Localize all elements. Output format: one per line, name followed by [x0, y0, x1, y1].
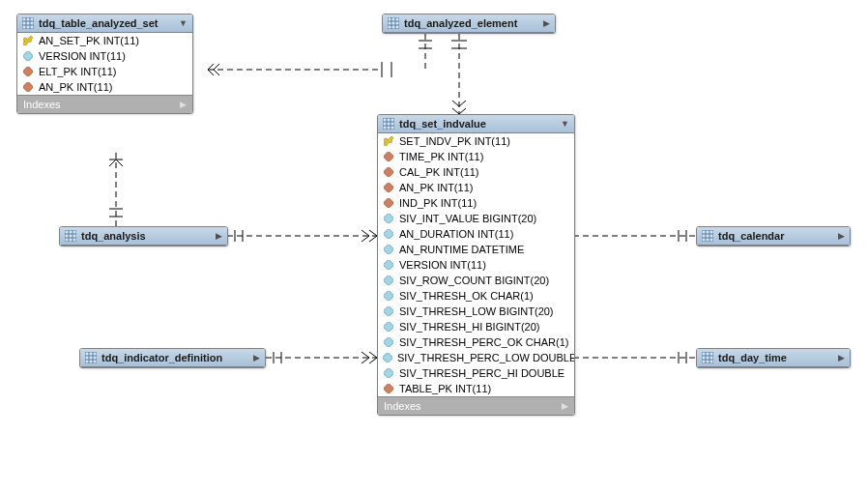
column-row: AN_DURATION INT(11) [378, 226, 574, 242]
expand-icon[interactable]: ▶ [543, 18, 550, 28]
column-icon [383, 259, 394, 271]
indexes-label: Indexes [384, 400, 421, 412]
svg-rect-8 [388, 17, 399, 29]
svg-rect-0 [22, 17, 34, 29]
entity-header[interactable]: tdq_analyzed_element ▶ [383, 14, 555, 33]
column-row: SIV_THRESH_OK CHAR(1) [378, 288, 574, 304]
foreign-key-icon [383, 182, 394, 193]
column-row: CAL_PK INT(11) [378, 164, 574, 180]
column-icon [383, 305, 394, 317]
svg-rect-18 [702, 230, 713, 242]
entity-tdq-calendar[interactable]: tdq_calendar ▶ [696, 226, 851, 246]
svg-rect-42 [384, 214, 393, 223]
table-icon [65, 230, 76, 242]
column-label: IND_PK INT(11) [399, 197, 477, 209]
column-icon [383, 244, 394, 255]
table-icon [383, 118, 394, 130]
indexes-label: Indexes [23, 99, 61, 110]
column-label: AN_RUNTIME DATETIME [399, 244, 524, 255]
column-row: AN_PK INT(11) [17, 79, 192, 95]
expand-icon[interactable]: ▶ [838, 231, 845, 241]
entity-header[interactable]: tdq_analysis ▶ [60, 227, 227, 246]
chevron-right-icon: ▶ [180, 100, 187, 109]
entity-header[interactable]: tdq_table_analyzed_set ▼ [17, 14, 192, 33]
collapse-icon[interactable]: ▼ [179, 18, 188, 28]
column-row: AN_RUNTIME DATETIME [378, 242, 574, 257]
entity-columns: AN_SET_PK INT(11)VERSION INT(11)ELT_PK I… [17, 33, 192, 95]
column-label: CAL_PK INT(11) [399, 166, 479, 178]
svg-rect-23 [85, 352, 97, 363]
primary-key-icon [22, 35, 34, 46]
indexes-section[interactable]: Indexes ▶ [378, 396, 574, 415]
svg-rect-46 [384, 276, 393, 285]
column-icon [383, 213, 394, 224]
entity-header[interactable]: tdq_calendar ▶ [697, 227, 850, 246]
svg-rect-43 [384, 229, 393, 239]
entity-tdq-table-analyzed-set[interactable]: tdq_table_analyzed_set ▼ AN_SET_PK INT(1… [16, 14, 193, 114]
expand-icon[interactable]: ▶ [838, 353, 845, 362]
entity-tdq-indicator-definition[interactable]: tdq_indicator_definition ▶ [79, 348, 266, 368]
column-icon [383, 321, 394, 333]
column-label: TABLE_PK INT(11) [399, 383, 491, 394]
svg-rect-13 [65, 230, 76, 242]
chevron-right-icon: ▶ [562, 401, 568, 411]
column-row: ELT_PK INT(11) [17, 64, 192, 79]
entity-title: tdq_indicator_definition [101, 352, 249, 363]
entity-tdq-day-time[interactable]: tdq_day_time ▶ [696, 348, 851, 368]
column-label: SIV_ROW_COUNT BIGINT(20) [399, 275, 549, 286]
svg-rect-6 [23, 67, 33, 76]
column-icon [22, 50, 34, 62]
svg-rect-38 [384, 152, 393, 161]
column-label: SIV_INT_VALUE BIGINT(20) [399, 213, 536, 224]
table-icon [22, 17, 34, 29]
entity-tdq-analyzed-element[interactable]: tdq_analyzed_element ▶ [382, 14, 556, 34]
column-label: SIV_THRESH_PERC_HI DOUBLE [399, 367, 564, 379]
column-label: TIME_PK INT(11) [399, 151, 483, 162]
column-label: SIV_THRESH_PERC_LOW DOUBLE [397, 352, 575, 363]
entity-header[interactable]: tdq_set_indvalue ▼ [378, 115, 574, 133]
entity-header[interactable]: tdq_day_time ▶ [697, 349, 850, 367]
svg-rect-53 [384, 384, 393, 393]
expand-icon[interactable]: ▶ [216, 231, 222, 241]
column-icon [383, 290, 394, 302]
primary-key-icon [383, 135, 394, 147]
foreign-key-icon [383, 151, 394, 162]
table-icon [388, 17, 399, 29]
entity-tdq-set-indvalue[interactable]: tdq_set_indvalue ▼ SET_INDV_PK INT(11)TI… [377, 114, 575, 416]
entity-tdq-analysis[interactable]: tdq_analysis ▶ [59, 226, 228, 246]
table-icon [702, 352, 713, 363]
svg-rect-7 [23, 82, 33, 92]
column-label: SIV_THRESH_LOW BIGINT(20) [399, 305, 554, 317]
entity-title: tdq_set_indvalue [399, 118, 557, 130]
column-label: SIV_THRESH_HI BIGINT(20) [399, 321, 539, 333]
svg-rect-40 [384, 183, 393, 192]
column-row: SIV_THRESH_LOW BIGINT(20) [378, 304, 574, 319]
column-icon [383, 336, 394, 348]
svg-rect-52 [384, 368, 393, 378]
foreign-key-icon [383, 383, 394, 394]
column-row: SET_INDV_PK INT(11) [378, 133, 574, 149]
svg-rect-51 [383, 353, 392, 362]
svg-rect-49 [384, 322, 393, 332]
entity-title: tdq_day_time [718, 352, 834, 363]
column-label: SET_INDV_PK INT(11) [399, 135, 510, 147]
column-row: SIV_THRESH_HI BIGINT(20) [378, 319, 574, 334]
svg-rect-41 [384, 198, 393, 208]
column-icon [383, 275, 394, 286]
expand-icon[interactable]: ▶ [253, 353, 260, 362]
indexes-section[interactable]: Indexes ▶ [17, 95, 192, 113]
column-label: AN_PK INT(11) [39, 81, 112, 93]
column-row: SIV_INT_VALUE BIGINT(20) [378, 211, 574, 226]
collapse-icon[interactable]: ▼ [561, 119, 569, 129]
foreign-key-icon [383, 166, 394, 178]
column-row: AN_PK INT(11) [378, 180, 574, 195]
svg-rect-44 [384, 245, 393, 254]
table-icon [702, 230, 713, 242]
column-row: SIV_ROW_COUNT BIGINT(20) [378, 273, 574, 288]
column-row: IND_PK INT(11) [378, 195, 574, 211]
entity-header[interactable]: tdq_indicator_definition ▶ [80, 349, 265, 367]
column-label: AN_SET_PK INT(11) [39, 35, 139, 46]
column-row: SIV_THRESH_PERC_HI DOUBLE [378, 365, 574, 381]
foreign-key-icon [383, 197, 394, 209]
entity-title: tdq_calendar [718, 230, 834, 242]
